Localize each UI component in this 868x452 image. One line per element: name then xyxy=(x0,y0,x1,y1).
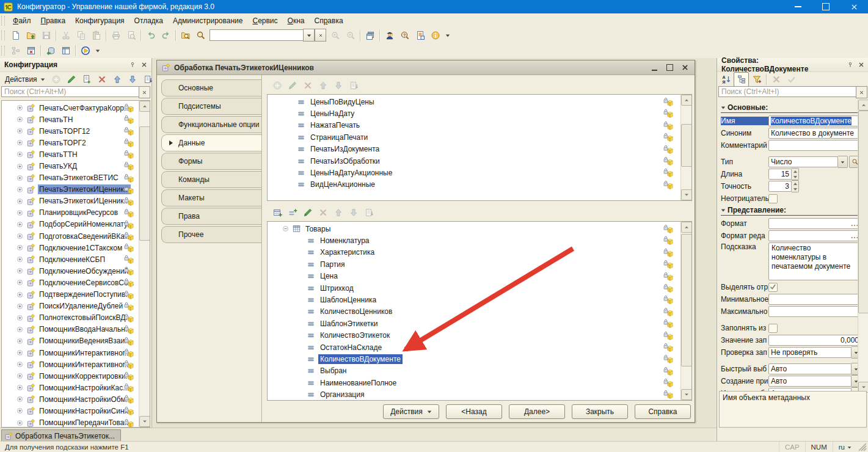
undo-button[interactable] xyxy=(143,28,158,43)
prop-fill-value-input[interactable]: 0,000 xyxy=(768,335,861,346)
tab-команды[interactable]: Команды xyxy=(161,171,261,188)
scroll-down-button[interactable] xyxy=(139,416,150,427)
properties-scrollbar[interactable] xyxy=(858,100,868,393)
tree-item[interactable]: ПечатьУКД xyxy=(2,160,139,172)
dropdown-button[interactable] xyxy=(838,156,848,168)
scroll-down-button[interactable] xyxy=(681,189,692,200)
resize-grip[interactable] xyxy=(858,442,867,452)
tree-item[interactable]: Подключение1СТакском xyxy=(2,242,139,253)
configuration-tree-scrollbar[interactable] xyxy=(139,101,150,427)
tree-item[interactable]: ПланировщикРесурсов xyxy=(2,207,139,219)
column-row[interactable]: Партия xyxy=(268,258,680,270)
scrollbar-thumb[interactable] xyxy=(139,126,150,241)
scrollbar-thumb[interactable] xyxy=(681,124,692,167)
tab-данные[interactable]: Данные xyxy=(161,134,261,151)
expand-icon[interactable] xyxy=(16,186,23,193)
spinner-buttons[interactable] xyxy=(792,180,799,192)
expand-icon[interactable] xyxy=(16,163,23,170)
tree-item[interactable]: ПомощникВводаНачальн... xyxy=(2,324,139,335)
scroll-up-button[interactable] xyxy=(139,101,150,112)
close-panel-button[interactable] xyxy=(139,60,149,70)
expand-icon[interactable] xyxy=(16,396,23,403)
scroll-up-button[interactable] xyxy=(858,100,868,111)
cancel-changes-button[interactable] xyxy=(768,72,784,87)
edit-column-button[interactable] xyxy=(300,205,315,220)
editor-close-button[interactable] xyxy=(679,63,690,73)
column-row[interactable]: КоличествоВДокументе xyxy=(268,353,680,365)
open-form-button[interactable] xyxy=(58,43,73,58)
maximize-button[interactable] xyxy=(812,0,840,13)
tree-item[interactable]: ПечатьТН xyxy=(2,114,139,125)
prop-format-input[interactable]: ... xyxy=(768,218,861,229)
expand-icon[interactable] xyxy=(16,175,23,181)
tree-item[interactable]: ПодключениеКСБП xyxy=(2,253,139,265)
redo-button[interactable] xyxy=(158,28,173,43)
tree-item[interactable]: ПомощникНастройкиСинх... xyxy=(2,405,139,417)
toolbar-grip[interactable] xyxy=(1,31,5,40)
language-selector[interactable]: ru xyxy=(833,442,857,452)
column-row[interactable]: Штрихкод xyxy=(268,282,680,294)
expand-icon[interactable] xyxy=(16,116,23,123)
move-up-button[interactable] xyxy=(110,72,125,87)
close-button[interactable]: Закрыть xyxy=(572,404,628,419)
add-attribute-button[interactable] xyxy=(269,78,285,93)
expand-icon[interactable] xyxy=(16,384,23,391)
expand-icon[interactable] xyxy=(16,151,23,158)
expand-icon[interactable] xyxy=(16,256,23,263)
attribute-row[interactable]: ВидЦенАкционные xyxy=(268,179,680,191)
column-row[interactable]: Выбран xyxy=(268,365,680,377)
close-button[interactable] xyxy=(840,0,868,13)
prop-type-input[interactable]: Число xyxy=(768,156,838,167)
property-section-header[interactable]: Представление: xyxy=(721,205,858,216)
tab-прочее[interactable]: Прочее xyxy=(161,226,261,243)
prop-mark-negatives-checkbox[interactable] xyxy=(768,283,778,292)
back-button[interactable]: <Назад xyxy=(446,404,502,419)
scroll-up-button[interactable] xyxy=(681,95,692,106)
delete-attribute-button[interactable] xyxy=(300,78,315,93)
move-down-button[interactable] xyxy=(125,72,140,87)
editor-maximize-button[interactable] xyxy=(664,63,675,73)
move-column-up-button[interactable] xyxy=(330,205,346,220)
attribute-row[interactable]: СтраницаПечати xyxy=(268,131,680,143)
toolbar-options-button[interactable] xyxy=(443,28,452,43)
debug-options-button[interactable] xyxy=(93,43,102,58)
tree-item[interactable]: ПодключениеОбсуждений xyxy=(2,265,139,277)
edit-attribute-button[interactable] xyxy=(285,78,300,93)
column-row[interactable]: КоличествоЦенников xyxy=(268,306,680,318)
tree-item[interactable]: ПодтверждениеПоступив... xyxy=(2,289,139,301)
scrollbar-thumb[interactable] xyxy=(858,111,868,313)
move-attribute-up-button[interactable] xyxy=(315,78,330,93)
tree-item[interactable]: ПоискИУдалениеДублей xyxy=(2,301,139,312)
cut-button[interactable] xyxy=(58,28,73,43)
prop-tooltip-input[interactable]: Количество номенклатуры в печатаемом док… xyxy=(768,242,861,280)
actions-menu-button[interactable]: Действия xyxy=(1,73,49,86)
add-button[interactable] xyxy=(49,72,64,87)
prop-synonym-input[interactable]: Количество в документе xyxy=(768,128,861,139)
tab-подсистемы[interactable]: Подсистемы xyxy=(161,98,261,115)
prop-name-input[interactable]: КоличествоВДокументе xyxy=(768,115,861,126)
tab-макеты[interactable]: Макеты xyxy=(161,189,261,206)
menu-item-справка[interactable]: Справка xyxy=(309,15,348,26)
editor-titlebar[interactable]: Обработка ПечатьЭтикетокИЦенников xyxy=(157,60,695,75)
prop-fill-from-checkbox[interactable] xyxy=(768,324,778,333)
show-important-only-button[interactable] xyxy=(749,72,764,87)
expand-icon[interactable] xyxy=(16,139,23,146)
help-button[interactable]: Справка xyxy=(635,404,691,419)
expand-icon[interactable] xyxy=(16,279,23,286)
column-row[interactable]: НаименованиеПолное xyxy=(268,377,680,388)
column-row[interactable]: ШаблонЭтикетки xyxy=(268,318,680,329)
scroll-up-button[interactable] xyxy=(681,222,692,233)
expand-icon[interactable] xyxy=(16,221,23,228)
clear-search-button[interactable] xyxy=(856,86,867,98)
attributes-scrollbar[interactable] xyxy=(680,95,691,200)
search-clear-button[interactable] xyxy=(315,29,326,42)
column-row[interactable]: Цена xyxy=(268,271,680,282)
tree-item[interactable]: ПомощникИнтерактивног... xyxy=(2,347,139,359)
attribute-row[interactable]: ЦеныНаДату xyxy=(268,108,680,119)
global-search-button[interactable] xyxy=(178,28,193,43)
move-attribute-down-button[interactable] xyxy=(330,78,346,93)
property-section-header[interactable]: Основные: xyxy=(721,103,858,113)
editor-minimize-button[interactable] xyxy=(649,63,660,73)
expand-icon[interactable] xyxy=(16,244,23,251)
windows-button[interactable] xyxy=(362,28,377,43)
